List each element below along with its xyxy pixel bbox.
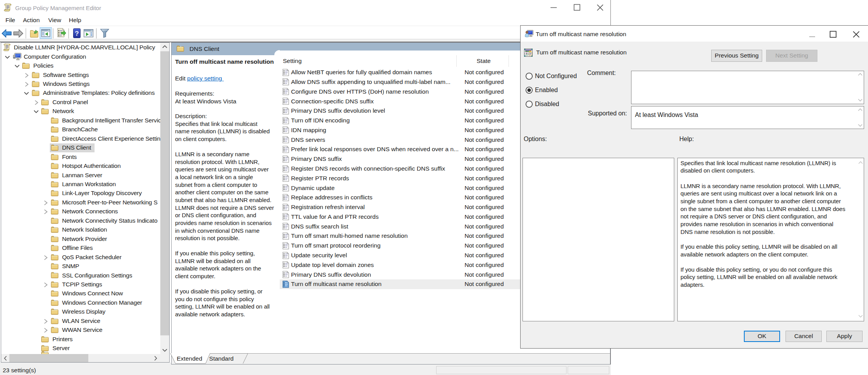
svg-text:?: ?: [75, 30, 79, 37]
